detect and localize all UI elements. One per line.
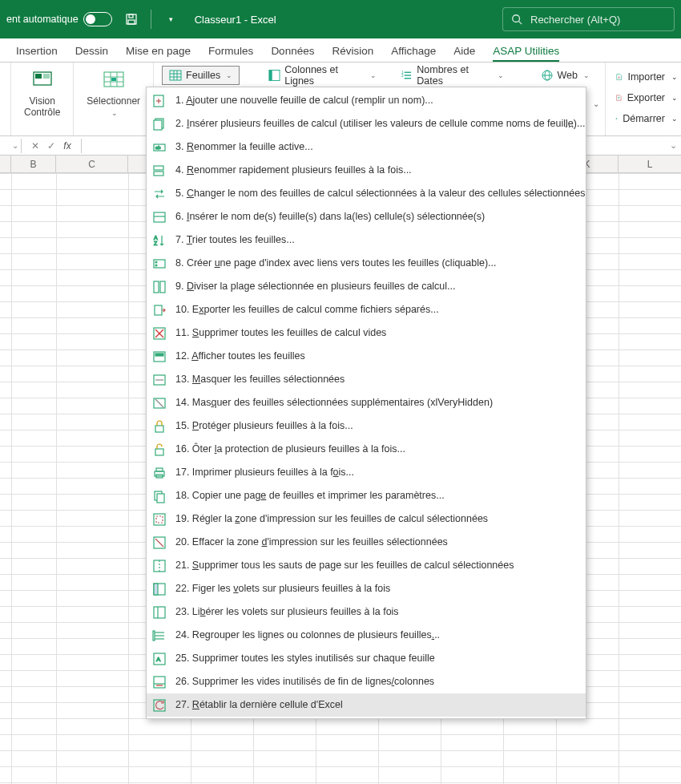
- tab-insertion[interactable]: Insertion: [16, 42, 58, 62]
- menu-item-14[interactable]: 14. Masquer des feuilles sélectionnées s…: [147, 391, 586, 414]
- menu-item-9[interactable]: 9. Diviser la plage sélectionnée en plus…: [147, 275, 586, 298]
- menu-item-label: 10. Exporter les feuilles de calcul comm…: [175, 304, 439, 316]
- vision-button[interactable]: Vision Contrôle: [19, 67, 65, 120]
- overflow-caret-icon[interactable]: ⌄: [593, 99, 599, 108]
- menu-item-16[interactable]: 16. Ôter la protection de plusieurs feui…: [147, 438, 586, 461]
- menu-item-25[interactable]: A25. Supprimer toutes les styles inutili…: [147, 647, 586, 670]
- menu-item-24[interactable]: 24. Regrouper les lignes ou colonnes de …: [147, 624, 586, 647]
- select-all-corner[interactable]: [0, 156, 11, 172]
- tab-affichage[interactable]: Affichage: [391, 42, 436, 62]
- col-header[interactable]: B: [11, 156, 56, 172]
- feuilles-button[interactable]: Feuilles⌄: [162, 66, 240, 85]
- menu-item-4[interactable]: 4. Renommer rapidement plusieurs feuille…: [147, 159, 586, 182]
- styles-icon: A: [151, 651, 167, 667]
- menu-item-13[interactable]: 13. Masquer les feuilles sélectionnées: [147, 368, 586, 391]
- insert-name-icon: [151, 209, 167, 225]
- svg-rect-57: [155, 426, 163, 432]
- svg-line-56: [155, 399, 163, 407]
- menu-item-2[interactable]: 2. Insérer plusieurs feuilles de calcul …: [147, 112, 586, 135]
- menu-item-20[interactable]: 20. Effacer la zone d'impression sur les…: [147, 531, 586, 554]
- qat-dropdown[interactable]: ▾: [161, 10, 180, 29]
- svg-text:Z: Z: [154, 240, 158, 246]
- select-group: Sélectionner ⌄: [74, 63, 154, 135]
- menu-item-18[interactable]: 18. Copier une page de feuilles et impri…: [147, 484, 586, 507]
- menu-item-5[interactable]: 5. Changer le nom des feuilles de calcul…: [147, 182, 586, 205]
- print-icon: [151, 465, 167, 481]
- group-icon: [151, 628, 167, 644]
- svg-point-43: [155, 261, 157, 263]
- menu-item-label: 12. Afficher toutes les feuilles: [175, 350, 305, 362]
- search-box[interactable]: Rechercher (Alt+Q): [502, 7, 675, 31]
- tab-données[interactable]: Données: [271, 42, 314, 62]
- menu-item-label: 2. Insérer plusieurs feuilles de calcul …: [175, 118, 585, 130]
- menu-item-1[interactable]: 1. Ajouter une nouvelle feuille de calcu…: [147, 89, 586, 112]
- tab-formules[interactable]: Formules: [208, 42, 253, 62]
- menu-item-11[interactable]: 11. Supprimer toutes les feuilles de cal…: [147, 321, 586, 345]
- tab-aide[interactable]: Aide: [453, 42, 475, 62]
- del-empty-icon: [151, 325, 167, 341]
- svg-rect-68: [154, 560, 165, 572]
- svg-rect-13: [111, 78, 116, 81]
- menu-item-10[interactable]: 10. Exporter les feuilles de calcul comm…: [147, 298, 586, 321]
- menu-item-label: 1. Ajouter une nouvelle feuille de calcu…: [175, 95, 433, 107]
- enter-icon[interactable]: ✓: [44, 140, 58, 152]
- menu-item-19[interactable]: 19. Régler la zone d'impression sur les …: [147, 507, 586, 531]
- tab-asap-utilities[interactable]: ASAP Utilities: [493, 42, 559, 62]
- svg-point-44: [155, 265, 157, 266]
- menu-item-label: 6. Insérer le nom de(s) feuille(s) dans …: [175, 211, 485, 223]
- svg-rect-77: [153, 631, 155, 641]
- tab-dessin[interactable]: Dessin: [75, 42, 108, 62]
- menu-item-label: 15. Protéger plusieurs feuilles à la foi…: [175, 420, 353, 432]
- tab-révision[interactable]: Révision: [332, 42, 373, 62]
- title-bar: ent automatique ▾ Classeur1 - Excel Rech…: [0, 0, 681, 38]
- menu-item-27[interactable]: 27. Rétablir la dernière cellule d'Excel: [147, 693, 586, 717]
- menu-item-6[interactable]: 6. Insérer le nom de(s) feuille(s) dans …: [147, 205, 586, 228]
- nombres-button[interactable]: 12 Nombres et Dates⌄: [393, 66, 511, 85]
- show-icon: [151, 349, 167, 365]
- col-header[interactable]: C: [56, 156, 128, 172]
- svg-rect-20: [269, 70, 272, 80]
- select-button[interactable]: Sélectionner ⌄: [82, 67, 145, 119]
- menu-item-15[interactable]: 15. Protéger plusieurs feuilles à la foi…: [147, 414, 586, 438]
- menu-item-26[interactable]: 26. Supprimer les vides inutilisés de fi…: [147, 670, 586, 693]
- globe-icon: [541, 69, 554, 82]
- veryhide-icon: [151, 395, 167, 411]
- menu-item-23[interactable]: 23. Libérer les volets sur plusieurs feu…: [147, 600, 586, 624]
- start-button[interactable]: Démarrer⌄: [612, 111, 681, 127]
- svg-line-4: [519, 22, 522, 25]
- area-set-icon: [151, 511, 167, 527]
- export-button[interactable]: Exporter⌄: [612, 90, 681, 106]
- tab-mise-en-page[interactable]: Mise en page: [126, 42, 191, 62]
- svg-rect-1: [129, 14, 133, 18]
- col-header[interactable]: L: [619, 156, 681, 172]
- autosave-toggle[interactable]: [83, 12, 112, 26]
- unfreeze-icon: [151, 604, 167, 620]
- menu-item-label: 20. Effacer la zone d'impression sur les…: [175, 536, 448, 548]
- menu-item-7[interactable]: AZ7. Trier toutes les feuilles...: [147, 228, 586, 252]
- menu-item-17[interactable]: 17. Imprimer plusieurs feuilles à la foi…: [147, 461, 586, 484]
- svg-rect-36: [154, 166, 163, 170]
- svg-rect-2: [128, 20, 135, 24]
- rename-icon: ab: [151, 139, 167, 156]
- menu-item-label: 9. Diviser la plage sélectionnée en plus…: [175, 281, 456, 293]
- menu-item-label: 17. Imprimer plusieurs feuilles à la foi…: [175, 467, 354, 479]
- menu-item-8[interactable]: 8. Créer une page d'index avec liens ver…: [147, 252, 586, 275]
- save-icon[interactable]: [122, 10, 141, 29]
- expand-formula-icon[interactable]: ⌄: [665, 140, 681, 151]
- sheets-icon: [169, 69, 182, 82]
- menu-item-22[interactable]: 22. Figer les volets sur plusieurs feuil…: [147, 577, 586, 600]
- name-box-dropdown-icon[interactable]: ⌄: [11, 141, 19, 150]
- menu-item-21[interactable]: 21. Supprimer tous les sauts de page sur…: [147, 554, 586, 577]
- sheet-plus-icon: [151, 93, 167, 109]
- import-button[interactable]: Importer⌄: [612, 69, 681, 85]
- menu-item-label: 23. Libérer les volets sur plusieurs feu…: [175, 606, 399, 618]
- svg-rect-38: [154, 212, 165, 222]
- cancel-icon[interactable]: ✕: [28, 140, 42, 152]
- web-button[interactable]: Web⌄: [534, 66, 597, 85]
- colonnes-button[interactable]: Colonnes et Lignes⌄: [261, 66, 384, 85]
- menu-item-3[interactable]: ab3. Renommer la feuille active...: [147, 135, 586, 159]
- fx-icon[interactable]: fx: [60, 140, 75, 152]
- menu-item-12[interactable]: 12. Afficher toutes les feuilles: [147, 345, 586, 368]
- index-icon: [151, 256, 167, 272]
- menu-item-label: 14. Masquer des feuilles sélectionnées s…: [175, 397, 493, 409]
